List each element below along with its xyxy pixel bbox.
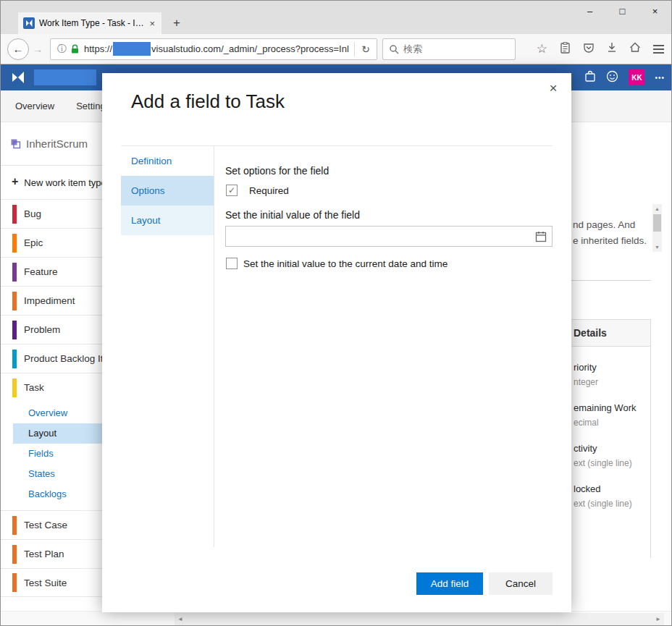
- page-info-icon[interactable]: ⓘ: [57, 43, 67, 56]
- details-field: locked ext (single line): [574, 483, 650, 509]
- required-checkbox-row[interactable]: ✓ Required: [226, 185, 289, 196]
- navigation-toolbar: ← → ⓘ https:// visualstudio.com/_admin/_…: [1, 34, 671, 64]
- dialog-tab-list: Definition Options Layout: [121, 146, 214, 235]
- bookmarks-list-icon[interactable]: [560, 42, 571, 56]
- scroll-down-icon[interactable]: ▼: [652, 242, 662, 252]
- task-subpage-backlogs[interactable]: Backlogs: [13, 484, 102, 504]
- current-datetime-checkbox-row[interactable]: Set the initial value to the current dat…: [226, 258, 448, 269]
- task-subpage-layout[interactable]: Layout: [13, 423, 102, 444]
- sidebar-item-task[interactable]: Task: [1, 373, 102, 402]
- marketplace-bag-icon[interactable]: [584, 70, 596, 85]
- forward-button[interactable]: →: [29, 43, 46, 55]
- pocket-icon[interactable]: [583, 42, 595, 56]
- minimize-button[interactable]: –: [574, 1, 606, 21]
- feedback-smiley-icon[interactable]: [606, 70, 618, 85]
- work-item-label: Test Case: [24, 520, 67, 530]
- bookmark-star-icon[interactable]: ☆: [537, 43, 547, 55]
- search-icon: [389, 44, 399, 54]
- work-item-color-bar: [12, 292, 17, 310]
- bottom-strip: ◄ ►: [1, 611, 671, 625]
- url-text: https:// visualstudio.com/_admin/_proces…: [84, 42, 349, 56]
- task-subpage-states[interactable]: States: [13, 464, 102, 484]
- add-field-dialog: × Add a field to Task Definition Options…: [102, 73, 571, 612]
- work-item-label: Impediment: [24, 295, 75, 306]
- sidebar-item-test-case[interactable]: Test Case: [1, 510, 102, 539]
- panel-scrollbar[interactable]: ▲ ▼: [652, 204, 662, 252]
- sidebar-item-test-plan[interactable]: Test Plan: [1, 539, 102, 568]
- scrollbar-thumb[interactable]: [653, 214, 661, 232]
- browser-window: Work Item Type - Task - I… × + – □ × ← →…: [0, 0, 672, 626]
- menu-icon[interactable]: [653, 45, 664, 54]
- sidebar-item-product-backlog-item[interactable]: Product Backlog Ite: [1, 344, 102, 373]
- sidebar-item-test-suite[interactable]: Test Suite: [1, 568, 102, 597]
- scroll-up-icon[interactable]: ▲: [652, 204, 662, 213]
- task-subpage-fields[interactable]: Fields: [13, 444, 102, 464]
- horizontal-scrollbar[interactable]: ◄ ►: [175, 613, 664, 625]
- initial-value-input-wrap: [225, 226, 553, 247]
- scroll-left-icon[interactable]: ◄: [175, 613, 185, 625]
- add-field-button[interactable]: Add field: [416, 572, 483, 595]
- sidebar-item-epic[interactable]: Epic: [1, 228, 102, 257]
- tab-overview[interactable]: Overview: [15, 101, 54, 111]
- window-controls: – □ ×: [574, 1, 671, 21]
- dialog-tab-layout[interactable]: Layout: [121, 206, 214, 235]
- work-item-color-bar: [12, 378, 17, 397]
- vsts-favicon-icon: [23, 17, 35, 29]
- search-input[interactable]: [403, 43, 515, 54]
- tab-close-icon[interactable]: ×: [148, 18, 156, 29]
- field-type: nteger: [574, 377, 650, 387]
- work-item-sidebar: InheritScrum + New work item type Bug Ep…: [1, 122, 102, 611]
- browser-tab[interactable]: Work Item Type - Task - I… ×: [18, 12, 161, 34]
- required-label: Required: [249, 185, 289, 196]
- scroll-right-icon[interactable]: ►: [653, 613, 663, 625]
- close-window-button[interactable]: ×: [639, 1, 671, 21]
- address-bar[interactable]: ⓘ https:// visualstudio.com/_admin/_proc…: [50, 38, 377, 60]
- details-title: Details: [571, 320, 650, 347]
- dialog-tab-definition[interactable]: Definition: [121, 146, 214, 176]
- dialog-tab-options[interactable]: Options: [121, 176, 214, 206]
- field-name: ctivity: [574, 443, 650, 454]
- work-item-label: Product Backlog Ite: [24, 353, 102, 364]
- dialog-title: Add a field to Task: [131, 90, 285, 113]
- work-item-color-bar: [12, 205, 17, 224]
- work-item-label: Task: [24, 382, 44, 393]
- task-subpage-overview[interactable]: Overview: [13, 403, 102, 423]
- back-button[interactable]: ←: [7, 38, 29, 60]
- home-icon[interactable]: [629, 42, 641, 56]
- sidebar-item-feature[interactable]: Feature: [1, 257, 102, 286]
- initial-value-input[interactable]: [226, 227, 530, 246]
- details-field: riority nteger: [574, 362, 650, 387]
- dialog-vertical-divider: [214, 146, 214, 547]
- search-bar[interactable]: [382, 38, 516, 60]
- maximize-button[interactable]: □: [606, 1, 639, 21]
- reload-button[interactable]: ↻: [355, 43, 377, 55]
- description-text-fragment: e inherited fields.: [573, 235, 647, 246]
- new-tab-button[interactable]: +: [166, 12, 188, 34]
- vsts-logo-icon[interactable]: [10, 69, 26, 88]
- user-avatar[interactable]: KK: [629, 69, 644, 85]
- required-checkbox[interactable]: ✓: [226, 185, 238, 196]
- redacted-account-header: [34, 69, 96, 85]
- plus-icon: +: [12, 175, 18, 188]
- more-options-icon[interactable]: •••: [655, 74, 665, 82]
- work-item-color-bar: [12, 573, 17, 592]
- https-lock-icon[interactable]: [70, 44, 80, 54]
- dialog-close-icon[interactable]: ×: [544, 79, 563, 98]
- process-icon: [10, 138, 21, 149]
- current-datetime-checkbox[interactable]: [226, 258, 238, 269]
- initial-value-label: Set the initial value of the field: [225, 209, 360, 221]
- work-item-color-bar: [12, 516, 17, 535]
- details-field: emaining Work ecimal: [574, 402, 650, 428]
- sidebar-item-bug[interactable]: Bug: [1, 199, 102, 228]
- sidebar-item-impediment[interactable]: Impediment: [1, 286, 102, 315]
- download-icon[interactable]: [607, 42, 617, 56]
- work-item-label: Test Plan: [24, 549, 64, 559]
- work-item-color-bar: [12, 350, 17, 368]
- calendar-icon[interactable]: [535, 231, 547, 242]
- new-work-item-type-button[interactable]: + New work item type: [1, 166, 102, 199]
- redacted-account-name: [113, 42, 151, 56]
- work-item-color-bar: [12, 545, 17, 564]
- header-actions: KK •••: [584, 64, 665, 90]
- sidebar-item-problem[interactable]: Problem: [1, 315, 102, 344]
- cancel-button[interactable]: Cancel: [489, 572, 553, 595]
